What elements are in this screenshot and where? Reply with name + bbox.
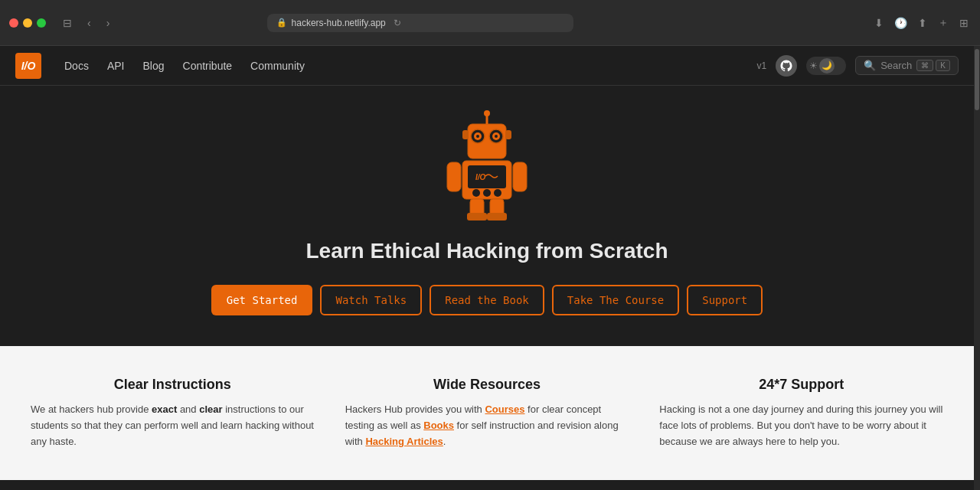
- nav-contribute[interactable]: Contribute: [175, 55, 240, 77]
- svg-point-16: [494, 189, 501, 197]
- sidebar-toggle-button[interactable]: ⊟: [58, 14, 77, 32]
- svg-rect-10: [505, 130, 511, 139]
- download-button[interactable]: ⬇: [872, 15, 886, 31]
- nav-links: Docs API Blog Contribute Community: [57, 55, 312, 77]
- svg-rect-17: [447, 162, 461, 191]
- get-started-button[interactable]: Get Started: [211, 285, 313, 315]
- resources-text-end: .: [443, 436, 446, 447]
- grid-button[interactable]: ⊞: [957, 15, 971, 31]
- svg-rect-22: [487, 213, 507, 220]
- search-label: Search: [880, 60, 912, 71]
- hero-section: I/O Learn Et: [0, 86, 974, 346]
- nav-right: v1 ☀ 🌙 🔍 Search ⌘ K: [756, 55, 959, 77]
- maximize-button[interactable]: [37, 18, 46, 28]
- app-wrapper: I/O Docs API Blog Contribute Community v…: [0, 46, 980, 490]
- read-book-button[interactable]: Read the Book: [430, 285, 544, 315]
- robot-illustration: I/O: [433, 109, 541, 224]
- back-button[interactable]: ‹: [83, 14, 96, 32]
- nav-api[interactable]: API: [100, 55, 132, 77]
- github-icon[interactable]: [776, 55, 797, 77]
- books-link[interactable]: Books: [423, 420, 454, 431]
- navbar: I/O Docs API Blog Contribute Community v…: [0, 46, 974, 86]
- search-box[interactable]: 🔍 Search ⌘ K: [855, 56, 959, 75]
- traffic-lights: [9, 18, 46, 28]
- minimize-button[interactable]: [23, 18, 32, 28]
- kbd-k: K: [936, 60, 950, 71]
- browser-chrome: ⊟ ‹ › 🔒 hackers-hub.netlify.app ↻ ⬇ 🕐 ⬆ …: [0, 0, 980, 46]
- feature-text-support: Hacking is not a one day journey and dur…: [659, 402, 943, 449]
- hacking-articles-link[interactable]: Hacking Articles: [365, 436, 443, 447]
- exact-label: exact: [152, 403, 177, 415]
- moon-icon: 🌙: [819, 58, 835, 74]
- svg-rect-9: [462, 130, 469, 139]
- version-badge: v1: [756, 60, 766, 71]
- lock-icon: 🔒: [276, 18, 287, 28]
- kbd-cmd: ⌘: [916, 60, 933, 71]
- svg-text:I/O: I/O: [475, 173, 486, 181]
- nav-blog[interactable]: Blog: [135, 55, 172, 77]
- kbd-shortcuts: ⌘ K: [916, 60, 950, 71]
- svg-point-15: [483, 189, 491, 197]
- courses-link[interactable]: Courses: [485, 403, 524, 415]
- feature-text-clear: We at hackers hub provide exact and clea…: [31, 402, 315, 449]
- share-button[interactable]: ⬆: [916, 15, 929, 31]
- hero-title: Learn Ethical Hacking from Scratch: [305, 239, 668, 263]
- svg-point-14: [472, 189, 480, 197]
- feature-title-support: 24*7 Support: [659, 377, 943, 393]
- svg-rect-12: [468, 165, 506, 188]
- resources-text-before: Hackers Hub provides you with: [345, 403, 485, 415]
- feature-title-resources: Wide Resources: [345, 377, 629, 393]
- svg-point-8: [495, 135, 498, 138]
- clear-label: clear: [199, 403, 222, 415]
- feature-title-clear: Clear Instructions: [31, 377, 315, 393]
- forward-button[interactable]: ›: [102, 14, 115, 32]
- feature-wide-resources: Wide Resources Hackers Hub provides you …: [345, 377, 629, 449]
- reload-icon: ↻: [394, 18, 401, 28]
- theme-toggle[interactable]: ☀ 🌙: [806, 57, 846, 75]
- svg-rect-18: [513, 162, 527, 191]
- address-bar[interactable]: 🔒 hackers-hub.netlify.app ↻: [267, 14, 573, 32]
- take-course-button[interactable]: Take The Course: [552, 285, 679, 315]
- new-tab-button[interactable]: ＋: [936, 14, 951, 32]
- features-section: Clear Instructions We at hackers hub pro…: [0, 346, 974, 480]
- feature-text-resources: Hackers Hub provides you with Courses fo…: [345, 402, 629, 449]
- nav-docs[interactable]: Docs: [57, 55, 96, 77]
- hero-buttons: Get Started Watch Talks Read the Book Ta…: [211, 285, 763, 315]
- svg-point-7: [476, 135, 479, 138]
- support-button[interactable]: Support: [687, 285, 763, 315]
- svg-rect-21: [467, 213, 487, 220]
- nav-community[interactable]: Community: [243, 55, 312, 77]
- logo[interactable]: I/O: [15, 53, 41, 79]
- search-icon: 🔍: [864, 60, 876, 71]
- browser-right-controls: ⬇ 🕐 ⬆ ＋ ⊞: [872, 14, 971, 32]
- feature-support: 24*7 Support Hacking is not a one day jo…: [659, 377, 943, 449]
- history-button[interactable]: 🕐: [892, 15, 910, 31]
- feature-clear-instructions: Clear Instructions We at hackers hub pro…: [31, 377, 315, 449]
- sun-icon: ☀: [809, 60, 818, 71]
- main-content: I/O Docs API Blog Contribute Community v…: [0, 46, 974, 490]
- scrollbar[interactable]: [974, 46, 980, 490]
- svg-point-2: [484, 110, 490, 116]
- scrollbar-thumb[interactable]: [975, 49, 979, 110]
- feature-text-and: and: [177, 403, 199, 415]
- watch-talks-button[interactable]: Watch Talks: [320, 285, 422, 315]
- close-button[interactable]: [9, 18, 18, 28]
- url-text: hackers-hub.netlify.app: [292, 18, 386, 28]
- feature-text-before: We at hackers hub provide: [31, 403, 152, 415]
